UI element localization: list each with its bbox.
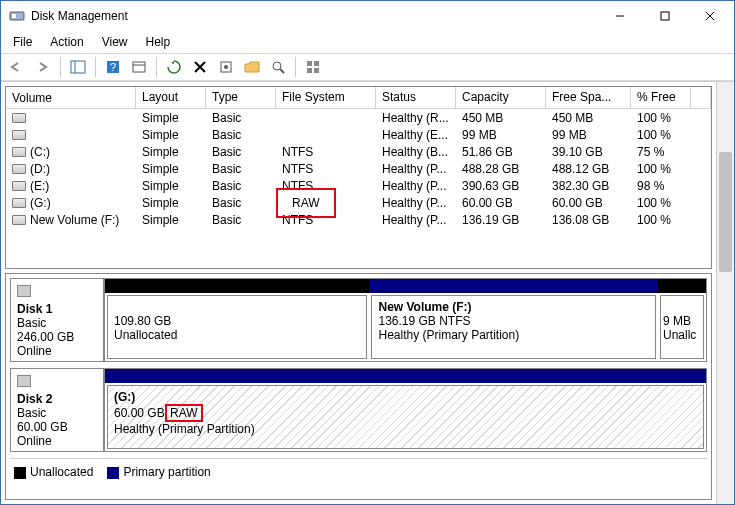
disk-1-type: Basic (17, 316, 46, 330)
disk-2-size: 60.00 GB (17, 420, 68, 434)
col-percent-free[interactable]: % Free (631, 87, 691, 108)
col-filesystem[interactable]: File System (276, 87, 376, 108)
svg-rect-6 (71, 61, 85, 73)
menubar: File Action View Help (1, 31, 734, 53)
svg-point-16 (273, 62, 281, 70)
svg-rect-3 (661, 12, 669, 20)
svg-rect-21 (314, 68, 319, 73)
raw-highlight-graphical: RAW (165, 404, 203, 422)
col-layout[interactable]: Layout (136, 87, 206, 108)
disk-graphical-view[interactable]: Disk 1 Basic 246.00 GB Online 109.80 GB … (5, 273, 712, 500)
legend-unallocated: Unallocated (30, 465, 93, 479)
close-button[interactable] (687, 2, 732, 30)
svg-rect-10 (133, 62, 145, 72)
col-type[interactable]: Type (206, 87, 276, 108)
menu-help[interactable]: Help (138, 33, 179, 51)
search-icon[interactable] (266, 55, 290, 79)
disk-2-label: Disk 2 (17, 392, 97, 406)
menu-view[interactable]: View (94, 33, 136, 51)
volume-row[interactable]: New Volume (F:)SimpleBasicNTFSHealthy (P… (6, 211, 711, 228)
app-icon (9, 8, 25, 24)
toolbar: ? (1, 53, 734, 81)
volume-name: (E:) (30, 179, 49, 193)
disk-2-type: Basic (17, 406, 46, 420)
volume-row[interactable]: (D:)SimpleBasicNTFSHealthy (P...488.28 G… (6, 160, 711, 177)
col-free-space[interactable]: Free Spa... (546, 87, 631, 108)
col-volume[interactable]: Volume (6, 87, 136, 108)
disk1-new-volume-f[interactable]: New Volume (F:) 136.19 GB NTFS Healthy (… (369, 279, 658, 361)
volume-row[interactable]: (G:)SimpleBasicRAWHealthy (P...60.00 GB6… (6, 194, 711, 211)
volume-icon (12, 130, 26, 140)
volume-icon (12, 147, 26, 157)
back-button[interactable] (5, 55, 29, 79)
disk-icon (17, 285, 31, 297)
svg-rect-19 (314, 61, 319, 66)
volume-row[interactable]: (C:)SimpleBasicNTFSHealthy (B...51.86 GB… (6, 143, 711, 160)
content-area: Volume Layout Type File System Status Ca… (1, 81, 734, 504)
volume-icon (12, 164, 26, 174)
volume-icon (12, 113, 26, 123)
volume-row[interactable]: SimpleBasicHealthy (R...450 MB450 MB100 … (6, 109, 711, 126)
volume-list[interactable]: Volume Layout Type File System Status Ca… (5, 86, 712, 269)
disk-icon (17, 375, 31, 387)
list-icon[interactable] (301, 55, 325, 79)
volume-icon (12, 181, 26, 191)
volume-icon (12, 215, 26, 225)
disk2-volume-g[interactable]: (G:) 60.00 GB RAW Healthy (Primary Parti… (105, 369, 706, 451)
disk1-tiny-unallocated[interactable]: 9 MB Unallc (658, 279, 706, 361)
menu-action[interactable]: Action (42, 33, 91, 51)
legend-primary: Primary partition (123, 465, 210, 479)
svg-rect-20 (307, 68, 312, 73)
disk-1-size: 246.00 GB (17, 330, 74, 344)
volume-list-header: Volume Layout Type File System Status Ca… (6, 87, 711, 109)
volume-name: (C:) (30, 145, 50, 159)
delete-button[interactable] (188, 55, 212, 79)
col-status[interactable]: Status (376, 87, 456, 108)
volume-name: (D:) (30, 162, 50, 176)
volume-icon (12, 198, 26, 208)
col-capacity[interactable]: Capacity (456, 87, 546, 108)
volume-name: New Volume (F:) (30, 213, 119, 227)
disk-2-header: Disk 2 Basic 60.00 GB Online (11, 369, 105, 451)
forward-button[interactable] (31, 55, 55, 79)
settings-icon[interactable] (214, 55, 238, 79)
window-title: Disk Management (31, 9, 597, 23)
disk-2-state: Online (17, 434, 52, 448)
folder-icon[interactable] (240, 55, 264, 79)
volume-row[interactable]: SimpleBasicHealthy (E...99 MB99 MB100 % (6, 126, 711, 143)
menu-file[interactable]: File (5, 33, 40, 51)
svg-rect-1 (12, 14, 16, 18)
disk-management-window: Disk Management File Action View Help ? (0, 0, 735, 505)
vertical-scrollbar[interactable] (716, 82, 734, 504)
minimize-button[interactable] (597, 2, 642, 30)
maximize-button[interactable] (642, 2, 687, 30)
titlebar: Disk Management (1, 1, 734, 31)
raw-highlight-list: RAW (276, 188, 336, 218)
disk-1-row[interactable]: Disk 1 Basic 246.00 GB Online 109.80 GB … (10, 278, 707, 362)
legend: Unallocated Primary partition (10, 458, 707, 485)
show-hide-tree-button[interactable] (66, 55, 90, 79)
disk-1-state: Online (17, 344, 52, 358)
disk-1-label: Disk 1 (17, 302, 97, 316)
scrollbar-thumb[interactable] (719, 152, 732, 272)
properties-button[interactable] (127, 55, 151, 79)
disk-2-row[interactable]: Disk 2 Basic 60.00 GB Online (G:) 60.00 … (10, 368, 707, 452)
svg-point-15 (224, 65, 228, 69)
disk-1-header: Disk 1 Basic 246.00 GB Online (11, 279, 105, 361)
svg-text:?: ? (110, 61, 116, 73)
refresh-button[interactable] (162, 55, 186, 79)
disk1-unallocated[interactable]: 109.80 GB Unallocated (105, 279, 369, 361)
volume-name: (G:) (30, 196, 51, 210)
svg-rect-18 (307, 61, 312, 66)
svg-line-17 (280, 69, 284, 73)
help-button[interactable]: ? (101, 55, 125, 79)
